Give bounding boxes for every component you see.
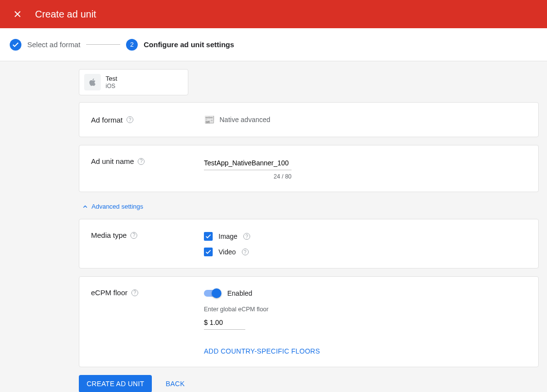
ecpm-input[interactable] bbox=[204, 317, 245, 330]
video-checkbox[interactable] bbox=[204, 248, 213, 256]
check-icon bbox=[205, 249, 212, 255]
app-name: Test bbox=[106, 75, 117, 82]
help-icon[interactable]: ? bbox=[130, 232, 137, 239]
ad-format-label: Ad format bbox=[91, 116, 123, 124]
help-icon[interactable]: ? bbox=[127, 116, 133, 123]
ecpm-floor-label: eCPM floor bbox=[91, 288, 128, 297]
content: Test iOS Ad format ? 📰 Native advanced A… bbox=[0, 61, 547, 392]
ecpm-floor-card: eCPM floor ? Enabled Enter global eCPM f… bbox=[79, 276, 539, 367]
back-button[interactable]: Back bbox=[165, 380, 184, 388]
stepper: Select ad format 2 Configure ad unit set… bbox=[0, 28, 547, 61]
help-icon[interactable]: ? bbox=[131, 289, 138, 296]
close-icon bbox=[12, 9, 23, 19]
help-icon[interactable]: ? bbox=[242, 249, 249, 255]
ad-unit-name-card: Ad unit name ? 24 / 80 bbox=[79, 145, 539, 192]
image-checkbox[interactable] bbox=[204, 232, 213, 241]
ecpm-toggle[interactable] bbox=[204, 288, 221, 298]
char-count: 24 / 80 bbox=[204, 173, 292, 180]
step-connector bbox=[86, 44, 120, 45]
advanced-settings-label: Advanced settings bbox=[91, 203, 143, 210]
footer-actions: Create ad unit Back bbox=[79, 375, 539, 392]
video-label: Video bbox=[219, 248, 236, 256]
advanced-settings-toggle[interactable]: Advanced settings bbox=[79, 200, 539, 219]
step-1-label: Select ad format bbox=[27, 40, 80, 49]
media-type-label: Media type bbox=[91, 231, 127, 239]
ad-format-value: Native advanced bbox=[219, 116, 270, 124]
app-platform: iOS bbox=[106, 83, 117, 89]
step-1[interactable]: Select ad format bbox=[10, 39, 80, 51]
image-label: Image bbox=[219, 232, 237, 240]
header-title: Create ad unit bbox=[35, 9, 96, 20]
ecpm-hint: Enter global eCPM floor bbox=[204, 306, 527, 313]
apple-icon bbox=[84, 74, 101, 90]
step-2-label: Configure ad unit settings bbox=[144, 40, 234, 49]
step-2: 2 Configure ad unit settings bbox=[126, 39, 234, 51]
step-1-check-icon bbox=[10, 39, 21, 51]
close-button[interactable] bbox=[10, 6, 25, 22]
help-icon[interactable]: ? bbox=[243, 233, 250, 240]
ad-unit-name-label: Ad unit name bbox=[91, 157, 134, 165]
help-icon[interactable]: ? bbox=[138, 158, 145, 165]
ecpm-toggle-label: Enabled bbox=[227, 289, 252, 297]
media-type-card: Media type ? Image ? Video ? bbox=[79, 219, 539, 268]
header-bar: Create ad unit bbox=[0, 0, 547, 28]
step-2-number: 2 bbox=[126, 39, 138, 51]
app-card: Test iOS bbox=[79, 69, 188, 95]
native-ad-icon: 📰 bbox=[204, 114, 215, 125]
create-ad-unit-button[interactable]: Create ad unit bbox=[79, 375, 152, 392]
check-icon bbox=[205, 233, 212, 240]
add-country-floors-button[interactable]: Add country-specific floors bbox=[204, 347, 527, 355]
ad-format-card: Ad format ? 📰 Native advanced bbox=[79, 102, 539, 137]
ad-unit-name-input[interactable] bbox=[204, 157, 292, 170]
chevron-up-icon bbox=[82, 203, 89, 210]
